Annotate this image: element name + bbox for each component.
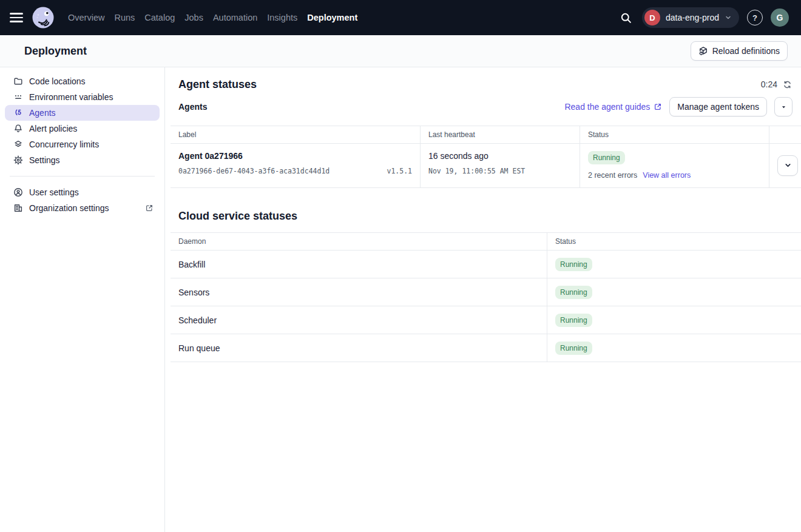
column-header-label: Label — [171, 126, 420, 143]
column-header-daemon: Daemon — [171, 233, 547, 250]
gear-icon — [13, 155, 23, 165]
column-header-expand — [769, 126, 801, 143]
sidebar-item-label: Concurrency limits — [29, 140, 99, 149]
main-content: Agent statuses 0:24 Agents Read the agen… — [165, 67, 801, 532]
daemon-name: Backfill — [171, 251, 547, 278]
status-badge: Running — [555, 342, 592, 355]
sidebar-item-label: Organization settings — [29, 203, 109, 213]
agent-guides-link[interactable]: Read the agent guides — [564, 102, 662, 112]
nav-item-automation[interactable]: Automation — [213, 9, 257, 26]
external-link-icon — [145, 204, 154, 212]
deployment-name: data-eng-prod — [666, 13, 719, 22]
sidebar-item-label: Agents — [29, 108, 56, 118]
status-badge: Running — [555, 286, 592, 299]
manage-agent-tokens-label: Manage agent tokens — [677, 102, 759, 112]
sidebar-item-settings[interactable]: Settings — [5, 152, 160, 168]
sidebar-item-label: User settings — [29, 187, 79, 197]
table-row: Backfill Running — [171, 251, 801, 278]
sidebar-item-label: Environment variables — [29, 92, 113, 102]
sidebar-item-user-settings[interactable]: User settings — [5, 184, 160, 200]
sidebar-item-agents[interactable]: Agents — [5, 105, 160, 121]
dagster-logo[interactable] — [32, 6, 55, 29]
status-badge: Running — [588, 151, 625, 164]
agent-guides-label: Read the agent guides — [564, 102, 650, 112]
caret-down-icon — [780, 104, 787, 110]
sidebar-item-label: Code locations — [29, 76, 86, 86]
reload-definitions-label: Reload definitions — [712, 46, 780, 56]
sidebar-divider — [10, 176, 155, 177]
column-header-heartbeat: Last heartbeat — [420, 126, 580, 143]
agent-icon — [13, 108, 23, 118]
manage-agent-tokens-button[interactable]: Manage agent tokens — [669, 97, 767, 116]
sidebar-item-organization-settings[interactable]: Organization settings — [5, 200, 160, 216]
table-row: Run queue Running — [171, 334, 801, 362]
agent-actions-dropdown-button[interactable] — [774, 97, 793, 116]
page-title: Deployment — [24, 45, 87, 58]
column-header-status: Status — [547, 233, 801, 250]
env-vars-icon — [13, 92, 23, 102]
table-row: Sensors Running — [171, 278, 801, 306]
agent-statuses-title: Agent statuses — [178, 78, 257, 91]
agents-table-header: Label Last heartbeat Status — [171, 126, 801, 144]
heartbeat-relative: 16 seconds ago — [428, 151, 572, 161]
agents-subtitle: Agents — [178, 102, 207, 112]
avatar[interactable]: G — [771, 8, 789, 27]
top-nav: Overview Runs Catalog Jobs Automation In… — [0, 0, 801, 35]
sidebar-item-environment-variables[interactable]: Environment variables — [5, 89, 160, 105]
agent-version: v1.5.1 — [387, 167, 412, 175]
page-header: Deployment Reload definitions — [0, 35, 801, 67]
building-icon — [13, 203, 23, 213]
daemon-name: Run queue — [171, 334, 547, 362]
deployment-switcher[interactable]: D data-eng-prod — [642, 7, 739, 28]
refresh-icon[interactable] — [783, 80, 792, 89]
cloud-service-statuses-title: Cloud service statuses — [171, 188, 801, 232]
deployment-sidebar: Code locations Environment variables Age… — [0, 67, 165, 532]
user-circle-icon — [13, 187, 23, 197]
nav-item-runs[interactable]: Runs — [114, 9, 135, 26]
sidebar-item-code-locations[interactable]: Code locations — [5, 73, 160, 89]
heartbeat-timestamp: Nov 19, 11:00:55 AM EST — [428, 167, 525, 175]
primary-nav: Overview Runs Catalog Jobs Automation In… — [68, 9, 357, 26]
status-badge: Running — [555, 314, 592, 327]
nav-item-catalog[interactable]: Catalog — [144, 9, 175, 26]
nav-item-overview[interactable]: Overview — [68, 9, 104, 26]
cloud-table-header: Daemon Status — [171, 233, 801, 251]
column-header-status: Status — [580, 126, 769, 143]
nav-item-jobs[interactable]: Jobs — [184, 9, 203, 26]
status-badge: Running — [555, 258, 592, 271]
reload-definitions-button[interactable]: Reload definitions — [691, 41, 788, 61]
help-icon[interactable]: ? — [747, 10, 763, 25]
reload-icon — [698, 46, 708, 56]
chevron-down-icon — [725, 14, 732, 21]
expand-agent-row-button[interactable] — [777, 155, 798, 176]
nav-item-deployment[interactable]: Deployment — [307, 9, 357, 26]
layers-icon — [13, 140, 23, 149]
deployment-badge: D — [644, 10, 660, 25]
nav-item-insights[interactable]: Insights — [267, 9, 297, 26]
cloud-services-table: Daemon Status Backfill Running Sensors R… — [171, 232, 801, 362]
menu-icon[interactable] — [10, 10, 25, 25]
sidebar-item-concurrency-limits[interactable]: Concurrency limits — [5, 136, 160, 152]
daemon-name: Sensors — [171, 278, 547, 306]
recent-errors-count: 2 recent errors — [588, 171, 637, 180]
view-all-errors-link[interactable]: View all errors — [643, 171, 691, 180]
chevron-down-icon — [784, 161, 792, 169]
agent-id: 0a271966-de67-4043-a3f6-aca31dc44d1d — [178, 167, 330, 175]
agent-name: Agent 0a271966 — [178, 151, 412, 161]
agents-table: Label Last heartbeat Status Agent 0a2719… — [171, 126, 801, 188]
bell-icon — [13, 124, 23, 133]
external-link-icon — [654, 103, 662, 111]
table-row: Scheduler Running — [171, 306, 801, 334]
daemon-name: Scheduler — [171, 306, 547, 334]
countdown-value: 0:24 — [761, 79, 777, 89]
sidebar-item-alert-policies[interactable]: Alert policies — [5, 121, 160, 136]
folder-icon — [13, 76, 23, 86]
sidebar-item-label: Alert policies — [29, 124, 77, 133]
refresh-countdown: 0:24 — [761, 79, 792, 89]
table-row: Agent 0a271966 0a271966-de67-4043-a3f6-a… — [171, 144, 801, 188]
sidebar-item-label: Settings — [29, 155, 60, 165]
search-icon[interactable] — [617, 9, 634, 26]
